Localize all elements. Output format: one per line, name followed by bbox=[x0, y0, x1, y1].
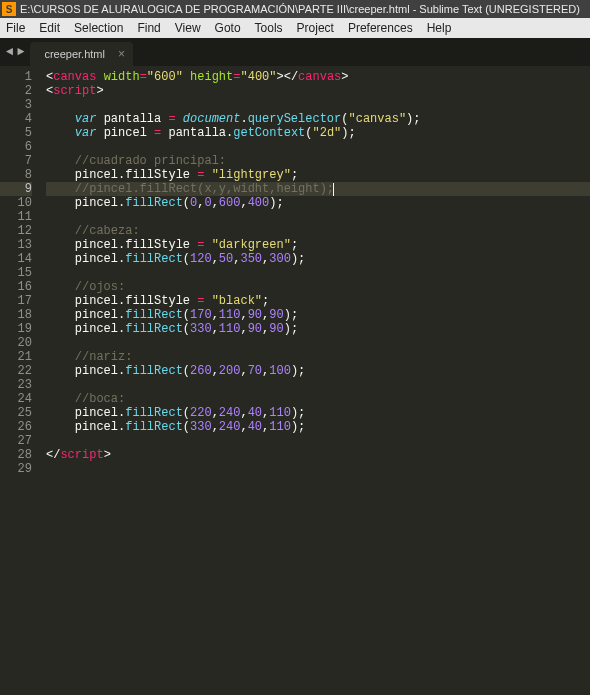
line-number: 22 bbox=[0, 364, 32, 378]
line-number: 11 bbox=[0, 210, 32, 224]
code-line[interactable]: pincel.fillRect(120,50,350,300); bbox=[46, 252, 590, 266]
code-line[interactable]: pincel.fillRect(220,240,40,110); bbox=[46, 406, 590, 420]
code-line[interactable] bbox=[46, 266, 590, 280]
nav-back-icon[interactable]: ◄ bbox=[6, 45, 13, 59]
menu-goto[interactable]: Goto bbox=[215, 21, 241, 35]
tab-creeper[interactable]: creeper.html × bbox=[30, 42, 133, 66]
code-line[interactable]: pincel.fillRect(170,110,90,90); bbox=[46, 308, 590, 322]
window-titlebar: S E:\CURSOS DE ALURA\LOGICA DE PROGRAMAC… bbox=[0, 0, 590, 18]
menu-project[interactable]: Project bbox=[297, 21, 334, 35]
code-line[interactable]: //cuadrado principal: bbox=[46, 154, 590, 168]
line-number: 12 bbox=[0, 224, 32, 238]
code-line[interactable] bbox=[46, 462, 590, 476]
line-number: 16 bbox=[0, 280, 32, 294]
menu-find[interactable]: Find bbox=[137, 21, 160, 35]
menu-file[interactable]: File bbox=[6, 21, 25, 35]
code-line[interactable] bbox=[46, 336, 590, 350]
code-line[interactable]: //nariz: bbox=[46, 350, 590, 364]
code-line[interactable]: //cabeza: bbox=[46, 224, 590, 238]
line-number: 6 bbox=[0, 140, 32, 154]
line-number: 29 bbox=[0, 462, 32, 476]
line-number: 9 bbox=[0, 182, 32, 196]
code-line[interactable]: var pantalla = document.querySelector("c… bbox=[46, 112, 590, 126]
line-number: 21 bbox=[0, 350, 32, 364]
code-line[interactable]: pincel.fillRect(330,240,40,110); bbox=[46, 420, 590, 434]
editor[interactable]: 1234567891011121314151617181920212223242… bbox=[0, 66, 590, 695]
line-number: 10 bbox=[0, 196, 32, 210]
code-line[interactable]: var pincel = pantalla.getContext("2d"); bbox=[46, 126, 590, 140]
code-line[interactable]: <canvas width="600" height="400"></canva… bbox=[46, 70, 590, 84]
line-number: 8 bbox=[0, 168, 32, 182]
code-line[interactable]: pincel.fillRect(0,0,600,400); bbox=[46, 196, 590, 210]
line-number: 19 bbox=[0, 322, 32, 336]
code-line[interactable] bbox=[46, 210, 590, 224]
line-number: 27 bbox=[0, 434, 32, 448]
line-number: 15 bbox=[0, 266, 32, 280]
line-gutter: 1234567891011121314151617181920212223242… bbox=[0, 66, 40, 695]
menu-selection[interactable]: Selection bbox=[74, 21, 123, 35]
nav-forward-icon[interactable]: ► bbox=[17, 45, 24, 59]
menu-view[interactable]: View bbox=[175, 21, 201, 35]
code-line[interactable] bbox=[46, 378, 590, 392]
tab-bar: ◄ ► creeper.html × bbox=[0, 38, 590, 66]
app-icon: S bbox=[2, 2, 16, 16]
line-number: 28 bbox=[0, 448, 32, 462]
code-line[interactable]: pincel.fillRect(330,110,90,90); bbox=[46, 322, 590, 336]
code-line[interactable]: //ojos: bbox=[46, 280, 590, 294]
line-number: 26 bbox=[0, 420, 32, 434]
menu-edit[interactable]: Edit bbox=[39, 21, 60, 35]
line-number: 5 bbox=[0, 126, 32, 140]
line-number: 25 bbox=[0, 406, 32, 420]
line-number: 17 bbox=[0, 294, 32, 308]
code-line[interactable]: //boca: bbox=[46, 392, 590, 406]
code-line[interactable]: pincel.fillStyle = "black"; bbox=[46, 294, 590, 308]
line-number: 4 bbox=[0, 112, 32, 126]
line-number: 18 bbox=[0, 308, 32, 322]
code-line[interactable] bbox=[46, 434, 590, 448]
code-line[interactable]: pincel.fillRect(260,200,70,100); bbox=[46, 364, 590, 378]
code-line[interactable]: </script> bbox=[46, 448, 590, 462]
line-number: 7 bbox=[0, 154, 32, 168]
code-line[interactable]: //pincel.fillRect(x,y,widht,height); bbox=[46, 182, 590, 196]
line-number: 2 bbox=[0, 84, 32, 98]
code-line[interactable]: pincel.fillStyle = "darkgreen"; bbox=[46, 238, 590, 252]
line-number: 14 bbox=[0, 252, 32, 266]
line-number: 1 bbox=[0, 70, 32, 84]
line-number: 20 bbox=[0, 336, 32, 350]
line-number: 3 bbox=[0, 98, 32, 112]
window-title: E:\CURSOS DE ALURA\LOGICA DE PROGRAMACIÓ… bbox=[20, 3, 580, 15]
code-area[interactable]: <canvas width="600" height="400"></canva… bbox=[40, 66, 590, 695]
menu-tools[interactable]: Tools bbox=[255, 21, 283, 35]
menubar: File Edit Selection Find View Goto Tools… bbox=[0, 18, 590, 38]
menu-help[interactable]: Help bbox=[427, 21, 452, 35]
code-line[interactable] bbox=[46, 98, 590, 112]
line-number: 24 bbox=[0, 392, 32, 406]
line-number: 13 bbox=[0, 238, 32, 252]
code-line[interactable]: <script> bbox=[46, 84, 590, 98]
menu-preferences[interactable]: Preferences bbox=[348, 21, 413, 35]
line-number: 23 bbox=[0, 378, 32, 392]
close-icon[interactable]: × bbox=[118, 47, 125, 61]
tab-label: creeper.html bbox=[44, 48, 105, 60]
code-line[interactable] bbox=[46, 140, 590, 154]
code-line[interactable]: pincel.fillStyle = "lightgrey"; bbox=[46, 168, 590, 182]
